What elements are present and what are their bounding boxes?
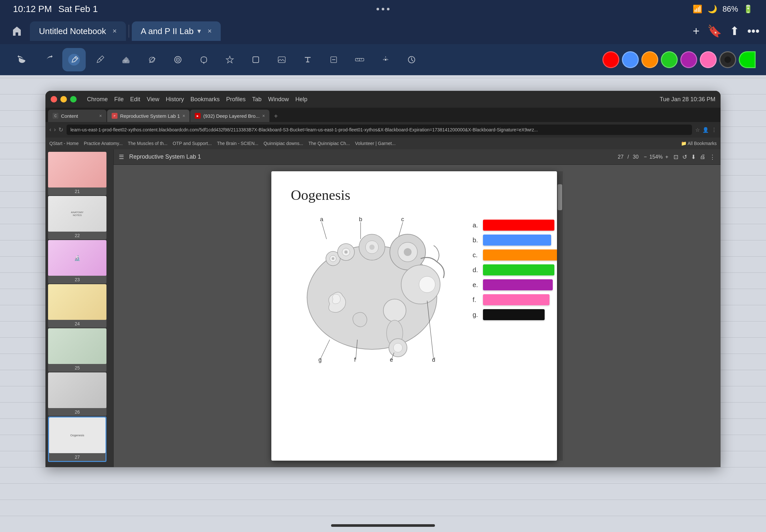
thumb-preview-25 <box>48 328 106 364</box>
bm-anatomy[interactable]: Practice Anatomy... <box>84 141 123 146</box>
thumb-num-23: 23 <box>75 277 80 282</box>
status-bar: 10:12 PM Sat Feb 1 📶 🌙 86% 🔋 <box>0 0 766 18</box>
pdf-more-button[interactable]: ⋮ <box>710 153 715 161</box>
pdf-thumb-22[interactable]: ANATOMYNOTES 22 <box>48 196 106 239</box>
tab2-close[interactable]: × <box>207 27 212 35</box>
svg-rect-6 <box>253 57 259 63</box>
pdf-thumb-21[interactable]: 21 <box>48 152 106 195</box>
browser-tab-content[interactable]: C Content × <box>48 110 106 122</box>
close-window-button[interactable] <box>51 96 57 103</box>
address-input[interactable]: learn-us-east-1-prod-fleet02-xythos.cont… <box>67 125 692 135</box>
tab-a-and-p[interactable]: A and P II Lab ▾ × <box>132 21 221 41</box>
pdf-download-button[interactable]: ⬇ <box>691 153 696 161</box>
image-button[interactable] <box>270 48 293 71</box>
color-pink[interactable] <box>700 51 717 68</box>
zoom-level: 154% <box>650 154 663 160</box>
menu-bookmarks[interactable]: Bookmarks <box>190 96 220 103</box>
bm-volunteer[interactable]: Volunteer | Garnet... <box>355 141 396 146</box>
lasso-button[interactable] <box>192 48 215 71</box>
scrollbar-thumb[interactable] <box>558 184 562 210</box>
color-purple[interactable] <box>680 51 697 68</box>
svg-text:d: d <box>432 357 435 363</box>
bm-qu-ch[interactable]: The Quinnipiac Ch... <box>308 141 350 146</box>
menu-history[interactable]: History <box>166 96 184 103</box>
tab1-close[interactable]: × <box>113 27 117 35</box>
zoom-in-button[interactable]: + <box>665 154 668 160</box>
add-notebook-icon[interactable]: + <box>693 24 699 38</box>
bm-otp[interactable]: OTP and Support... <box>173 141 212 146</box>
menu-tab[interactable]: Tab <box>252 96 261 103</box>
minimize-window-button[interactable] <box>60 96 67 103</box>
tab1-label: Untitled Notebook <box>39 26 106 36</box>
browser-tab-add[interactable]: + <box>270 110 282 122</box>
back-button[interactable]: ‹ <box>49 126 51 133</box>
pdf-thumb-26[interactable]: 26 <box>48 372 106 416</box>
color-bright-green[interactable] <box>739 51 756 68</box>
color-dark[interactable] <box>719 51 736 68</box>
reload-button[interactable]: ↻ <box>58 126 63 133</box>
menu-edit[interactable]: Edit <box>130 96 140 103</box>
tab-untitled-notebook[interactable]: Untitled Notebook × <box>30 21 126 41</box>
pen-button[interactable] <box>62 48 86 71</box>
target-button[interactable] <box>166 48 189 71</box>
home-bar[interactable] <box>331 524 435 527</box>
thumb-num-24: 24 <box>75 321 80 326</box>
pdf-scrollbar[interactable] <box>557 171 563 461</box>
zoom-out-button[interactable]: − <box>644 154 647 160</box>
history-button[interactable] <box>400 48 423 71</box>
bookmark-star-icon[interactable]: ☆ <box>695 127 700 133</box>
tab2-dropdown[interactable]: ▾ <box>197 27 201 35</box>
browser-tab3-close[interactable]: × <box>262 113 265 118</box>
fullscreen-window-button[interactable] <box>70 96 77 103</box>
export-icon[interactable]: ⬆ <box>730 24 739 38</box>
pdf-thumb-24[interactable]: 24 <box>48 284 106 328</box>
star-button[interactable] <box>218 48 241 71</box>
bm-muscles[interactable]: The Muscles of th... <box>128 141 167 146</box>
pdf-thumb-23[interactable]: 🔬 23 <box>48 240 106 284</box>
menu-profiles[interactable]: Profiles <box>226 96 246 103</box>
color-green[interactable] <box>661 51 678 68</box>
pencil-button[interactable] <box>88 48 112 71</box>
color-red[interactable] <box>602 51 619 68</box>
pdf-print-button[interactable]: 🖨 <box>700 153 706 161</box>
color-bar-black <box>483 309 545 320</box>
menu-window[interactable]: Window <box>268 96 289 103</box>
pdf-rotate-button[interactable]: ↺ <box>682 153 687 161</box>
highlighter-button[interactable] <box>140 48 164 71</box>
undo-button[interactable] <box>10 48 34 71</box>
profile-icon[interactable]: 👤 <box>702 127 709 133</box>
pdf-menu-icon[interactable]: ☰ <box>119 153 124 161</box>
browser-tab-reproductive[interactable]: P Reproductive System Lab 1 × <box>107 110 189 122</box>
pdf-fit-button[interactable]: ⊡ <box>674 153 678 161</box>
ruler-button[interactable] <box>348 48 371 71</box>
pdf-thumb-25[interactable]: 25 <box>48 328 106 372</box>
bookmark-icon[interactable]: 🔖 <box>707 24 722 38</box>
menu-file[interactable]: File <box>114 96 124 103</box>
color-orange[interactable] <box>641 51 658 68</box>
bm-qstart[interactable]: QStart - Home <box>49 141 79 146</box>
browser-tab-video[interactable]: ▶ (932) Deep Layered Bro... × <box>190 110 269 122</box>
forward-button[interactable]: › <box>54 126 56 133</box>
menu-view[interactable]: View <box>147 96 159 103</box>
scan-button[interactable] <box>322 48 345 71</box>
svg-text:c: c <box>401 216 404 223</box>
text-button[interactable] <box>296 48 319 71</box>
menu-chrome[interactable]: Chrome <box>87 96 108 103</box>
home-tab-icon[interactable] <box>6 21 27 42</box>
color-blue[interactable] <box>622 51 639 68</box>
eraser-button[interactable] <box>114 48 138 71</box>
more-options-icon[interactable]: ••• <box>747 24 760 38</box>
pdf-thumb-27[interactable]: Oogenesis 27 <box>48 417 106 462</box>
browser-tab1-close[interactable]: × <box>99 113 102 118</box>
menu-help[interactable]: Help <box>295 96 307 103</box>
shape-button[interactable] <box>244 48 267 71</box>
bm-quinnipiac[interactable]: Quinnipiac downs... <box>263 141 303 146</box>
redo-button[interactable] <box>36 48 60 71</box>
svg-rect-7 <box>278 57 285 63</box>
magic-button[interactable] <box>374 48 397 71</box>
bm-all[interactable]: 📁 All Bookmarks <box>681 141 717 146</box>
bm-brain[interactable]: The Brain - SCIEN... <box>217 141 258 146</box>
main-content: Chrome File Edit View History Bookmarks … <box>0 75 766 532</box>
browser-tab2-close[interactable]: × <box>182 113 185 118</box>
extensions-icon[interactable]: ⋮ <box>711 127 717 133</box>
